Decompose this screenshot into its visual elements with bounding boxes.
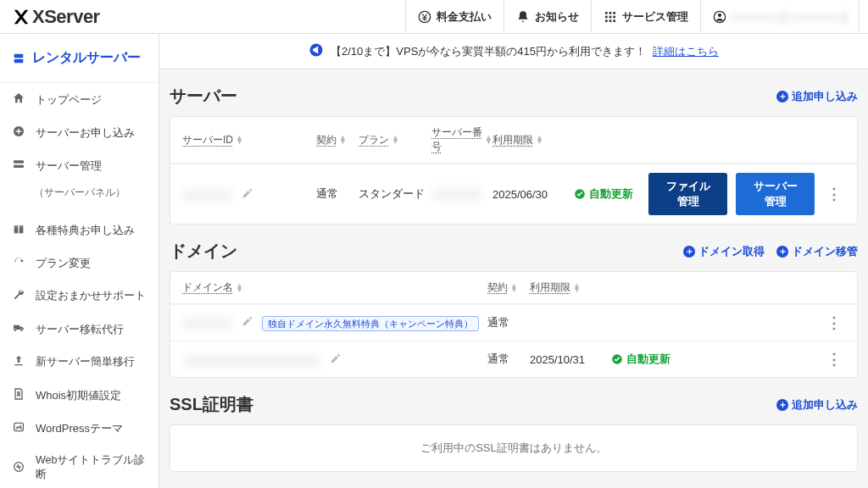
pencil-icon[interactable]: [330, 354, 342, 367]
svg-rect-16: [14, 165, 24, 168]
topnav-notices-label: お知らせ: [535, 9, 579, 25]
svg-rect-6: [613, 15, 615, 18]
banner-link[interactable]: 詳細はこちら: [653, 44, 719, 59]
sidebar-item-trouble[interactable]: Webサイトトラブル診断: [0, 445, 159, 488]
check-circle-icon: [611, 353, 623, 365]
sort-icon[interactable]: ▲▼: [339, 136, 347, 144]
col-server-num[interactable]: サーバー番号: [431, 125, 482, 154]
domain-acquire-link[interactable]: ＋ドメイン取得: [683, 244, 765, 259]
topnav-payment[interactable]: 料金支払い: [405, 0, 504, 33]
domain-badge: 独自ドメイン永久無料特典（キャンペーン特典）: [262, 316, 479, 331]
topnav-services-label: サービス管理: [622, 9, 688, 25]
sidebar-item-manage-sub[interactable]: （サーバーパネル）: [0, 177, 159, 208]
domain-exp: 2025/10/31: [530, 353, 611, 366]
col-server-id[interactable]: サーバーID: [182, 133, 233, 147]
sidebar-item-label: プラン変更: [36, 256, 91, 271]
col-exp[interactable]: 利用期限: [530, 280, 570, 295]
ssl-add-link[interactable]: ＋追加申し込み: [776, 397, 858, 413]
sort-icon[interactable]: ▲▼: [485, 136, 492, 144]
sidebar-item-label: サーバー管理: [36, 158, 102, 174]
server-plan: スタンダード: [359, 186, 431, 202]
file-manage-button[interactable]: ファイル管理: [648, 173, 727, 215]
upload-icon: [12, 354, 25, 370]
sidebar-item-apply[interactable]: サーバーお申し込み: [0, 116, 159, 149]
topnav-account[interactable]: ———— ( ———— ): [700, 0, 860, 33]
server-add-link[interactable]: ＋ 追加申し込み: [776, 89, 858, 104]
domain-transfer-link[interactable]: ＋ドメイン移管: [776, 244, 858, 259]
sidebar-item-label: サーバー移転代行: [36, 322, 124, 337]
domain-section-title: ドメイン: [170, 240, 237, 263]
server-manage-button[interactable]: サーバー管理: [736, 173, 815, 215]
svg-rect-7: [605, 19, 608, 22]
sort-icon[interactable]: ▲▼: [236, 136, 243, 144]
document-icon: [12, 387, 25, 403]
banner-text: 【2/10まで】VPSが今なら実質半額の415円から利用できます！: [331, 44, 646, 59]
sidebar-item-label: WordPressテーマ: [36, 421, 123, 436]
yen-icon: [418, 10, 431, 24]
server-status: 自動更新: [574, 186, 648, 202]
sidebar-item-label: Whois初期値設定: [36, 388, 121, 403]
user-icon: [713, 10, 726, 24]
domain-row: ———————————— 通常 2025/10/31 自動更新 ⋮: [170, 341, 857, 377]
topnav-notices[interactable]: お知らせ: [504, 0, 591, 33]
brand-logo[interactable]: XServer: [12, 6, 100, 28]
svg-rect-13: [14, 58, 24, 63]
server-table-header: サーバーID▲▼ 契約▲▼ プラン▲▼ サーバー番号▲▼ 利用期限▲▼: [170, 117, 857, 164]
topbar: XServer 料金支払い お知らせ サービス管理 ———— ( ———— ): [0, 0, 868, 34]
sort-icon[interactable]: ▲▼: [510, 284, 518, 292]
sidebar-item-migration[interactable]: サーバー移転代行: [0, 313, 159, 346]
sidebar-item-plan-change[interactable]: プラン変更: [0, 247, 159, 280]
sort-icon[interactable]: ▲▼: [236, 284, 243, 292]
plus-icon: ＋: [776, 399, 788, 411]
svg-rect-20: [14, 423, 24, 430]
col-domain-name[interactable]: ドメイン名: [182, 280, 233, 295]
svg-rect-4: [605, 15, 608, 18]
section-ssl: SSL証明書 ＋追加申し込み ご利用中のSSL証明書はありません。: [170, 393, 858, 472]
domain-status: 自動更新: [611, 352, 686, 367]
svg-rect-9: [613, 19, 615, 22]
server-panel-icon: [12, 158, 25, 174]
sidebar-item-label: 新サーバー簡単移行: [36, 355, 135, 369]
sidebar-item-benefits[interactable]: 各種特典お申し込み: [0, 214, 159, 247]
ssl-section-title: SSL証明書: [170, 393, 253, 416]
col-exp[interactable]: 利用期限: [492, 133, 533, 147]
sort-icon[interactable]: ▲▼: [392, 136, 399, 144]
server-contract: 通常: [316, 186, 359, 202]
server-icon: [12, 52, 25, 65]
sidebar-item-whois[interactable]: Whois初期値設定: [0, 379, 159, 412]
svg-rect-19: [18, 225, 19, 233]
account-name-masked: ———— ( ———— ): [732, 10, 848, 23]
main-content: 【2/10まで】VPSが今なら実質半額の415円から利用できます！ 詳細はこちら…: [159, 34, 868, 488]
bell-icon: [516, 10, 530, 24]
col-contract[interactable]: 契約: [487, 280, 508, 295]
plus-circle-icon: [12, 125, 25, 141]
gift-icon: [12, 222, 25, 238]
sort-icon[interactable]: ▲▼: [536, 136, 543, 144]
kebab-icon[interactable]: ⋮: [823, 313, 845, 332]
svg-rect-15: [14, 160, 24, 163]
pencil-icon[interactable]: [242, 189, 253, 202]
domain-table-header: ドメイン名▲▼ 契約▲▼ 利用期限▲▼: [170, 272, 857, 304]
pencil-icon[interactable]: [242, 317, 253, 330]
sidebar-item-top[interactable]: トップページ: [0, 83, 159, 116]
sidebar-item-wp-theme[interactable]: WordPressテーマ: [0, 412, 159, 445]
kebab-icon[interactable]: ⋮: [823, 185, 845, 203]
sidebar-item-label: 設定おまかせサポート: [36, 289, 146, 303]
topnav-services[interactable]: サービス管理: [591, 0, 700, 33]
server-num-masked: ————: [431, 187, 482, 202]
sidebar-title[interactable]: レンタルサーバー: [0, 34, 159, 82]
brand-x-icon: [12, 8, 31, 26]
server-section-title: サーバー: [170, 85, 237, 108]
sort-icon[interactable]: ▲▼: [573, 284, 581, 292]
domain-name-masked: ————: [182, 316, 233, 330]
sidebar-item-easy-move[interactable]: 新サーバー簡単移行: [0, 346, 159, 379]
col-contract[interactable]: 契約: [316, 133, 337, 147]
grid-icon: [604, 10, 617, 24]
sidebar-item-label: サーバーお申し込み: [36, 125, 135, 141]
kebab-icon[interactable]: ⋮: [823, 350, 845, 369]
plus-icon: ＋: [776, 91, 788, 103]
wrench-icon: [12, 288, 25, 304]
col-plan[interactable]: プラン: [359, 133, 389, 147]
sidebar-item-support[interactable]: 設定おまかせサポート: [0, 280, 159, 313]
sidebar-item-label: トップページ: [36, 92, 102, 108]
